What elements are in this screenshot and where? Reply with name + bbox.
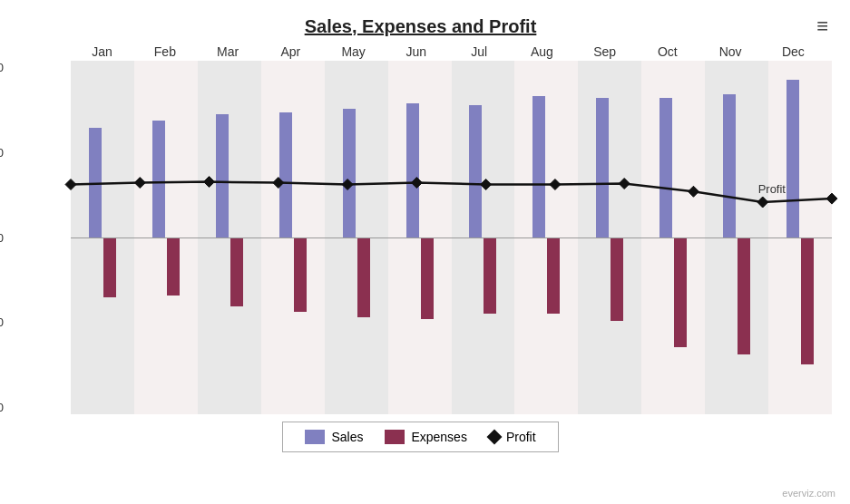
svg-marker-9 [688, 186, 699, 197]
legend-sales: Sales [305, 430, 363, 444]
legend-profit-diamond [486, 430, 502, 445]
month-label: Jul [448, 44, 511, 59]
profit-line-svg: Profit [71, 61, 832, 414]
month-label: Oct [636, 44, 699, 59]
svg-marker-11 [826, 193, 837, 204]
month-label: Nov [699, 44, 762, 59]
chart-plot-area: Profit Profit [71, 61, 832, 414]
month-label: Sep [573, 44, 636, 59]
svg-text:Profit: Profit [758, 182, 786, 196]
legend-sales-box [305, 430, 325, 444]
month-label: Feb [133, 44, 196, 59]
svg-marker-2 [204, 177, 215, 188]
month-label: May [322, 44, 385, 59]
month-label: Dec [762, 44, 825, 59]
menu-icon[interactable]: ≡ [816, 15, 828, 38]
svg-marker-5 [411, 178, 422, 189]
watermark: everviz.com [782, 488, 835, 499]
y-axis: $100000$50000$0-$50000-$100000 [0, 61, 9, 414]
svg-marker-7 [550, 179, 561, 190]
y-axis-label: -$100000 [0, 401, 4, 414]
legend-profit: Profit [489, 430, 536, 444]
legend-profit-label: Profit [506, 430, 536, 444]
month-label: Apr [259, 44, 322, 59]
month-label: Aug [511, 44, 573, 59]
svg-marker-4 [342, 179, 353, 190]
legend-expenses: Expenses [385, 430, 466, 444]
chart-title: Sales, Expenses and Profit [9, 9, 832, 37]
svg-marker-1 [134, 178, 145, 189]
chart-container: Sales, Expenses and Profit ≡ JanFebMarAp… [0, 0, 850, 504]
legend-sales-label: Sales [331, 430, 363, 444]
month-label: Jun [385, 44, 447, 59]
svg-marker-6 [481, 179, 492, 190]
month-label-row: JanFebMarAprMayJunJulAugSepOctNovDec [71, 44, 825, 59]
svg-marker-10 [757, 197, 768, 208]
svg-marker-3 [273, 178, 284, 189]
legend: Sales Expenses Profit [282, 422, 558, 452]
month-label: Jan [71, 44, 133, 59]
svg-marker-8 [619, 179, 630, 189]
legend-expenses-label: Expenses [411, 430, 466, 444]
y-axis-label: $50000 [0, 146, 4, 160]
legend-expenses-box [385, 430, 405, 444]
y-axis-label: $0 [0, 231, 4, 245]
y-axis-label: -$50000 [0, 315, 4, 329]
month-label: Mar [197, 44, 259, 59]
y-axis-label: $100000 [0, 61, 4, 74]
